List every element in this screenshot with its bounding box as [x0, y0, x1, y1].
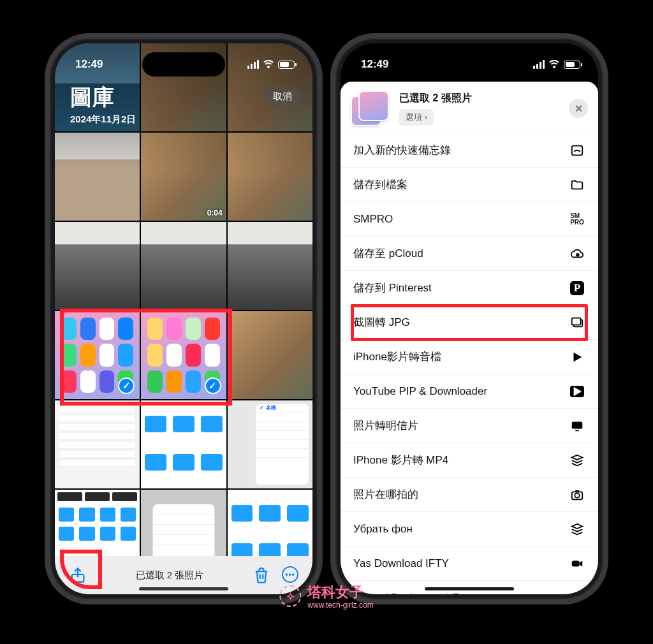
wifi-icon	[263, 60, 274, 69]
photo-tile[interactable]	[228, 133, 312, 221]
share-action[interactable]: 加入新的快速備忘錄	[341, 133, 598, 168]
cancel-button[interactable]: 取消	[264, 87, 301, 106]
ytsq-icon	[569, 384, 585, 399]
photos-app: 圖庫 2024年11月2日 取消 0:04	[55, 43, 312, 594]
photo-tile[interactable]	[228, 490, 312, 556]
screen-left: 12:49 圖庫 2024年11月2日 取消 0:04	[55, 43, 312, 594]
share-action[interactable]: Убрать фон	[341, 512, 598, 546]
status-icons	[533, 60, 580, 69]
photo-tile[interactable]	[141, 490, 226, 556]
camera-icon	[569, 488, 585, 502]
share-action-label: SMPRO	[353, 213, 393, 226]
status-time: 12:49	[361, 58, 388, 71]
share-action-label: YouTube PIP & Downloader	[353, 385, 487, 398]
quicknote-icon	[569, 143, 585, 157]
share-action-label: 照片在哪拍的	[353, 487, 418, 502]
share-action-label: iPhone影片轉音檔	[353, 349, 441, 364]
svg-rect-10	[572, 594, 583, 594]
share-action-label: IPhone 影片轉 MP4	[353, 453, 448, 467]
share-action-label: Убрать фон	[353, 523, 413, 536]
share-action-label: Blurred Background Frame	[353, 592, 483, 595]
dynamic-island	[142, 52, 225, 77]
svg-point-2	[576, 254, 579, 256]
share-action[interactable]: iPhone影片轉音檔	[341, 340, 598, 374]
photo-tile[interactable]	[55, 222, 140, 310]
home-indicator[interactable]	[425, 587, 514, 590]
photo-tile[interactable]	[228, 222, 312, 310]
videocam-icon	[569, 557, 585, 571]
share-title: 已選取 2 張照片	[399, 92, 472, 105]
photo-tile-selected[interactable]: ✓	[141, 311, 226, 399]
share-action-label: Yas Download IFTY	[353, 557, 449, 570]
stack-icon	[569, 522, 585, 536]
share-action-label: 儲存到檔案	[353, 177, 407, 192]
picture-icon	[569, 591, 585, 595]
home-indicator[interactable]	[139, 587, 228, 590]
selection-count: 已選取 2 張照片	[136, 569, 204, 582]
share-action-label: 儲存至 pCloud	[353, 246, 423, 261]
svg-rect-9	[572, 560, 580, 566]
svg-rect-4	[572, 318, 581, 325]
share-action[interactable]: Yas Download IFTY	[341, 546, 598, 581]
share-button[interactable]	[69, 566, 87, 584]
share-action[interactable]: 照片轉明信片	[341, 409, 598, 443]
battery-icon	[564, 61, 580, 69]
smpro-icon: SMPRO	[569, 212, 585, 226]
status-icons	[247, 60, 295, 69]
share-action[interactable]: 截圖轉 JPG	[341, 305, 598, 340]
wifi-icon	[548, 60, 560, 69]
share-action[interactable]: 照片在哪拍的	[341, 478, 598, 512]
share-action[interactable]: 儲存到檔案	[341, 168, 598, 202]
share-action[interactable]: IPhone 影片轉 MP4	[341, 443, 598, 478]
phone-right: 12:49 已選取 2 張照片 選項 › ✕	[335, 38, 603, 599]
share-action-label: 加入新的快速備忘錄	[353, 143, 451, 157]
photo-tile[interactable]	[55, 400, 140, 488]
trash-button[interactable]	[253, 566, 270, 584]
chevron-right-icon: ›	[425, 112, 427, 122]
photo-tile[interactable]	[141, 222, 226, 310]
photo-tile[interactable]: ✓ 名稱	[228, 400, 312, 488]
share-action[interactable]: YouTube PIP & Downloader	[341, 374, 598, 409]
svg-rect-6	[575, 430, 579, 431]
folder-icon	[569, 178, 585, 192]
stack-icon	[569, 453, 585, 467]
photo-tile[interactable]	[228, 311, 312, 399]
svg-rect-5	[572, 421, 583, 428]
share-action-label: 截圖轉 JPG	[353, 315, 410, 330]
photo-tile[interactable]: 0:04	[141, 133, 226, 221]
watermark-url: www.tech-girlz.com	[307, 601, 373, 610]
share-sheet: 已選取 2 張照片 選項 › ✕ 加入新的快速備忘錄儲存到檔案SMPROSMPR…	[341, 82, 598, 594]
screen-right: 12:49 已選取 2 張照片 選項 › ✕	[341, 43, 598, 594]
selection-thumbnails	[351, 91, 390, 126]
pcloud-icon	[569, 247, 585, 261]
svg-point-8	[575, 493, 579, 497]
status-time: 12:49	[75, 58, 103, 71]
photo-grid[interactable]: 0:04 ✓ ✓	[55, 43, 312, 556]
cellular-icon	[247, 60, 259, 69]
selected-check-icon: ✓	[205, 377, 221, 394]
share-action-label: 儲存到 Pinterest	[353, 281, 432, 295]
cellular-icon	[533, 60, 545, 69]
dynamic-island	[428, 52, 511, 77]
more-button[interactable]: •••	[282, 566, 298, 583]
battery-icon	[278, 61, 295, 69]
images-icon	[569, 316, 585, 330]
share-action[interactable]: SMPROSMPRO	[341, 202, 598, 237]
share-action[interactable]: 儲存到 PinterestP	[341, 271, 598, 305]
share-action[interactable]: 儲存至 pCloud	[341, 237, 598, 271]
photo-tile[interactable]	[55, 490, 140, 556]
photo-tile[interactable]	[55, 133, 140, 221]
share-sheet-header: 已選取 2 張照片 選項 › ✕	[341, 82, 598, 133]
close-button[interactable]: ✕	[569, 99, 588, 118]
pinterest-icon: P	[569, 281, 585, 295]
screen-icon	[569, 419, 585, 433]
video-duration: 0:04	[207, 209, 223, 217]
share-action-label: 照片轉明信片	[353, 418, 418, 433]
photo-tile[interactable]	[141, 400, 226, 488]
play-icon	[569, 350, 585, 364]
photo-tile-selected[interactable]: ✓	[55, 311, 140, 399]
options-button[interactable]: 選項 ›	[399, 109, 434, 126]
share-actions-list[interactable]: 加入新的快速備忘錄儲存到檔案SMPROSMPRO儲存至 pCloud儲存到 Pi…	[341, 133, 598, 594]
phone-left: 12:49 圖庫 2024年11月2日 取消 0:04	[50, 38, 318, 599]
